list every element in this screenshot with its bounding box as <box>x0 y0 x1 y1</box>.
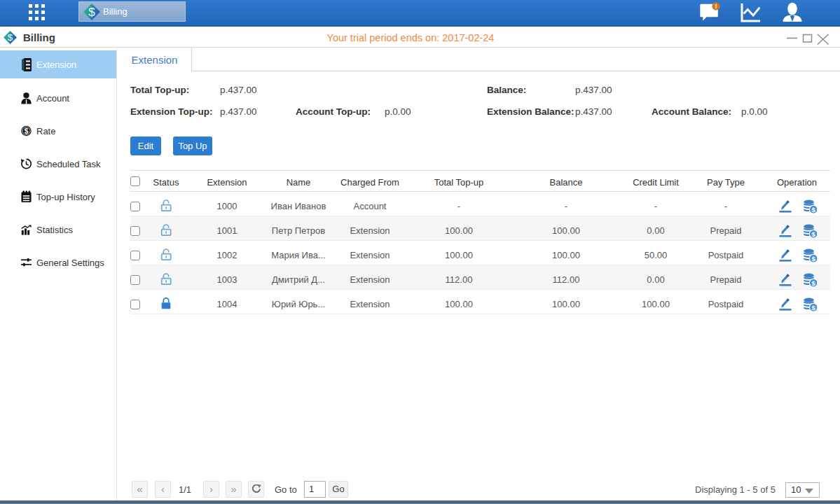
svg-text:$: $ <box>88 6 95 19</box>
svg-text:$: $ <box>25 127 29 135</box>
svg-text:!: ! <box>715 3 717 10</box>
